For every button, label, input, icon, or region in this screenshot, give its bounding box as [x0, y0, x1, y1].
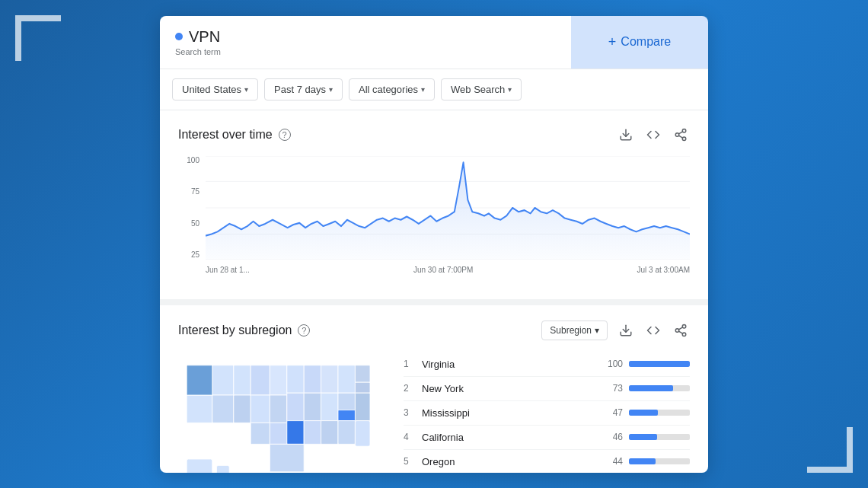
subregion-filter-label: Subregion — [550, 325, 592, 336]
y-label-50: 50 — [178, 219, 203, 228]
code-icon-ibs[interactable] — [644, 321, 662, 340]
x-label-3: Jul 3 at 3:00AM — [637, 266, 690, 274]
subregion-chevron: ▾ — [595, 325, 599, 336]
chart-svg — [206, 156, 690, 260]
rank-bar — [629, 361, 690, 367]
filter-type[interactable]: Web Search ▾ — [441, 78, 522, 100]
us-map-svg — [178, 352, 391, 473]
svg-rect-37 — [355, 393, 370, 420]
rank-bar-container — [629, 361, 690, 367]
rank-name: New York — [422, 383, 595, 394]
section-title-row: Interest over time ? — [178, 128, 291, 142]
rank-value: 73 — [602, 383, 623, 394]
iot-chart: 100 75 50 25 — [178, 156, 690, 278]
filter-period-label: Past 7 days — [274, 84, 326, 95]
corner-decoration-br — [807, 427, 853, 473]
search-term-text: VPN — [189, 28, 220, 46]
svg-rect-31 — [355, 365, 370, 381]
compare-label: Compare — [621, 35, 671, 49]
svg-rect-32 — [355, 382, 370, 393]
compare-box[interactable]: + Compare — [571, 16, 708, 69]
main-card: VPN Search term + Compare United States … — [160, 16, 708, 473]
section-header-ibs: Interest by subregion ? Subregion ▾ — [178, 321, 690, 340]
svg-rect-38 — [338, 410, 355, 420]
ranking-row: 4 California 46 — [404, 426, 690, 450]
chevron-icon: ▾ — [508, 85, 512, 94]
svg-rect-49 — [187, 365, 212, 394]
interest-over-time-section: Interest over time ? — [160, 110, 708, 299]
download-icon-ibs[interactable] — [617, 321, 635, 340]
svg-rect-35 — [321, 393, 338, 420]
rank-name: Mississippi — [422, 407, 595, 419]
plus-icon: + — [608, 34, 617, 50]
rank-bar — [629, 385, 673, 391]
rank-name: Oregon — [422, 456, 595, 467]
svg-rect-21 — [270, 365, 286, 394]
svg-rect-36 — [338, 393, 355, 410]
subregion-filter-btn[interactable]: Subregion ▾ — [541, 321, 608, 340]
section-divider — [160, 299, 708, 305]
svg-rect-18 — [212, 365, 234, 394]
search-term-dot — [175, 33, 183, 40]
chart-x-labels: Jun 28 at 1... Jun 30 at 7:00PM Jul 3 at… — [206, 263, 690, 278]
ranking-row: 2 New York 73 — [404, 377, 690, 401]
interest-by-subregion-section: Interest by subregion ? Subregion ▾ — [160, 305, 708, 473]
rank-value: 46 — [602, 432, 623, 442]
svg-rect-19 — [234, 365, 251, 394]
svg-rect-29 — [321, 365, 338, 392]
rank-num: 3 — [404, 407, 416, 418]
y-label-25: 25 — [178, 250, 203, 259]
chevron-icon: ▾ — [329, 85, 333, 94]
chevron-icon: ▾ — [421, 85, 425, 94]
rank-bar — [629, 458, 656, 464]
filter-category[interactable]: All categories ▾ — [349, 78, 435, 100]
rankings-area: 1 Virginia 100 2 New York 73 3 — [404, 352, 690, 473]
section-title-row-ibs: Interest by subregion ? — [178, 324, 310, 337]
rank-name: Virginia — [422, 359, 595, 370]
x-label-1: Jun 28 at 1... — [206, 266, 250, 274]
share-icon[interactable] — [672, 126, 690, 144]
ibs-actions: Subregion ▾ — [541, 321, 690, 340]
ibs-title: Interest by subregion — [178, 324, 292, 337]
iot-title: Interest over time — [178, 128, 273, 142]
corner-decoration-tl — [15, 15, 61, 61]
svg-rect-20 — [251, 365, 270, 394]
rank-bar-container — [629, 458, 690, 464]
filter-country[interactable]: United States ▾ — [172, 78, 258, 100]
search-term-value: VPN — [175, 28, 556, 46]
svg-rect-33 — [287, 393, 304, 420]
ranking-row: 3 Mississippi 47 — [404, 401, 690, 426]
svg-line-4 — [678, 136, 682, 138]
y-label-75: 75 — [178, 187, 203, 196]
iot-help-icon[interactable]: ? — [279, 129, 291, 141]
svg-rect-48 — [216, 465, 229, 473]
svg-rect-46 — [270, 444, 304, 471]
ranking-row: 5 Oregon 44 — [404, 450, 690, 473]
rank-name: California — [422, 432, 595, 443]
svg-rect-47 — [187, 458, 212, 472]
filter-country-label: United States — [182, 84, 241, 95]
us-map-area — [178, 352, 391, 473]
rank-num: 1 — [404, 359, 416, 369]
rank-bar — [629, 434, 657, 440]
filter-period[interactable]: Past 7 days ▾ — [264, 78, 343, 100]
svg-rect-45 — [355, 420, 370, 446]
chart-y-labels: 100 75 50 25 — [178, 156, 203, 260]
subregion-content: 1 Virginia 100 2 New York 73 3 — [178, 352, 690, 473]
filters-bar: United States ▾ Past 7 days ▾ All catego… — [160, 69, 708, 110]
x-label-2: Jun 30 at 7:00PM — [413, 266, 473, 274]
svg-line-15 — [678, 331, 682, 333]
svg-rect-28 — [304, 365, 321, 392]
svg-rect-23 — [212, 394, 234, 422]
rank-num: 5 — [404, 456, 416, 467]
svg-line-5 — [678, 131, 682, 133]
share-icon-ibs[interactable] — [672, 321, 690, 340]
svg-rect-22 — [187, 394, 212, 422]
svg-rect-43 — [321, 420, 338, 444]
rank-num: 2 — [404, 383, 416, 394]
rank-value: 100 — [602, 359, 623, 369]
download-icon[interactable] — [617, 126, 635, 144]
iot-actions — [617, 126, 690, 144]
code-icon[interactable] — [644, 126, 662, 144]
ibs-help-icon[interactable]: ? — [298, 324, 310, 336]
